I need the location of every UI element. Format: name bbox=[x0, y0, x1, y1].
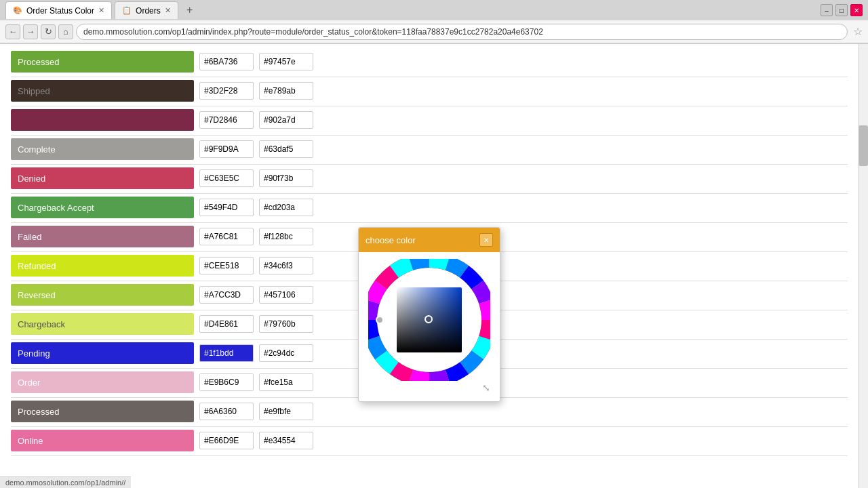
tab-label-active: Order Status Color bbox=[26, 6, 94, 16]
color-input-2-row8[interactable] bbox=[259, 257, 313, 274]
color-input-1-row10[interactable] bbox=[199, 315, 254, 333]
status-row: Shipped bbox=[11, 80, 848, 102]
color-input-2-row3[interactable] bbox=[259, 111, 313, 129]
status-label-row5: Denied bbox=[11, 167, 194, 189]
bookmark-icon[interactable]: ☆ bbox=[853, 25, 863, 38]
separator bbox=[11, 106, 848, 106]
color-input-2-row5[interactable] bbox=[259, 169, 313, 187]
color-input-2-row6[interactable] bbox=[259, 199, 313, 216]
color-input-2-row7[interactable] bbox=[259, 228, 313, 245]
status-label-row6: Chargeback Accept bbox=[11, 197, 194, 218]
status-label-row12: Order bbox=[11, 371, 194, 393]
color-input-2-row13[interactable] bbox=[259, 403, 313, 420]
wheel-cursor[interactable] bbox=[376, 316, 384, 324]
tab-orders[interactable]: 📋 Orders ✕ bbox=[115, 1, 178, 19]
color-input-1-row13[interactable] bbox=[199, 403, 254, 420]
close-button[interactable]: ✕ bbox=[850, 4, 863, 16]
color-input-2-row4[interactable] bbox=[259, 140, 313, 158]
status-bar: demo.mmosolution.com/op1/admin// bbox=[0, 476, 131, 488]
color-input-1-row5[interactable] bbox=[199, 169, 254, 187]
status-row: Chargeback Accept bbox=[11, 197, 848, 218]
separator bbox=[11, 426, 848, 427]
status-label-row1: Processed bbox=[11, 51, 194, 73]
color-input-1-row9[interactable] bbox=[199, 286, 254, 304]
color-wheel[interactable] bbox=[368, 259, 490, 381]
separator bbox=[11, 455, 848, 456]
color-picker-popup: choose color ✕ bbox=[358, 227, 500, 402]
back-button[interactable]: ← bbox=[5, 24, 20, 39]
color-input-1-row2[interactable] bbox=[199, 82, 254, 100]
color-input-2-row9[interactable] bbox=[259, 286, 313, 304]
page-area: ProcessedShippedCompleteDeniedChargeback… bbox=[0, 44, 859, 488]
color-input-2-row11[interactable] bbox=[259, 344, 313, 362]
refresh-button[interactable]: ↻ bbox=[41, 24, 56, 39]
resize-handle[interactable]: ⤡ bbox=[479, 381, 493, 394]
status-row: Processed bbox=[11, 51, 848, 73]
color-input-1-row8[interactable] bbox=[199, 257, 254, 274]
color-input-1-row6[interactable] bbox=[199, 199, 254, 216]
picker-title: choose color bbox=[366, 235, 416, 245]
color-input-2-row14[interactable] bbox=[259, 432, 313, 449]
separator bbox=[11, 222, 848, 223]
status-label-row4: Complete bbox=[11, 138, 194, 160]
color-input-2-row10[interactable] bbox=[259, 315, 313, 333]
status-row: Processed bbox=[11, 401, 848, 422]
forward-button[interactable]: → bbox=[23, 24, 38, 39]
color-input-1-row11[interactable] bbox=[199, 344, 254, 362]
home-button[interactable]: ⌂ bbox=[58, 24, 73, 39]
separator bbox=[11, 77, 848, 77]
tab-label-orders: Orders bbox=[136, 6, 161, 16]
picker-close-button[interactable]: ✕ bbox=[479, 233, 493, 247]
tab-orders-close-btn[interactable]: ✕ bbox=[165, 6, 171, 15]
scrollbar-vertical[interactable] bbox=[859, 44, 868, 488]
separator bbox=[11, 193, 848, 194]
status-label-row11: Pending bbox=[11, 342, 194, 364]
status-row: Complete bbox=[11, 138, 848, 160]
color-square[interactable] bbox=[397, 287, 462, 352]
color-input-1-row1[interactable] bbox=[199, 53, 254, 70]
picker-body[interactable]: ⤡ bbox=[359, 252, 500, 401]
status-row: Denied bbox=[11, 167, 848, 189]
tab-close-btn[interactable]: ✕ bbox=[98, 6, 104, 15]
color-input-1-row7[interactable] bbox=[199, 228, 254, 245]
status-row bbox=[11, 109, 848, 131]
status-label-row8: Refunded bbox=[11, 255, 194, 277]
separator bbox=[11, 164, 848, 165]
color-input-2-row2[interactable] bbox=[259, 82, 313, 100]
status-label-row10: Chargeback bbox=[11, 313, 194, 335]
color-input-1-row4[interactable] bbox=[199, 140, 254, 158]
status-label-row3 bbox=[11, 109, 194, 131]
new-tab-button[interactable]: + bbox=[181, 1, 199, 19]
scrollbar-thumb[interactable] bbox=[859, 125, 868, 166]
status-label-row14: Online bbox=[11, 430, 194, 451]
navigation-bar: ← → ↻ ⌂ ☆ bbox=[0, 20, 868, 43]
color-input-1-row3[interactable] bbox=[199, 111, 254, 129]
status-label-row7: Failed bbox=[11, 226, 194, 247]
maximize-button[interactable]: □ bbox=[835, 4, 848, 16]
main-content: ProcessedShippedCompleteDeniedChargeback… bbox=[0, 44, 868, 488]
color-input-2-row12[interactable] bbox=[259, 373, 313, 391]
color-input-1-row14[interactable] bbox=[199, 432, 254, 449]
separator bbox=[11, 135, 848, 136]
minimize-button[interactable]: – bbox=[821, 4, 833, 16]
color-input-1-row12[interactable] bbox=[199, 373, 254, 391]
status-label-row2: Shipped bbox=[11, 80, 194, 102]
status-row: Online bbox=[11, 430, 848, 451]
status-label-row13: Processed bbox=[11, 401, 194, 422]
tab-order-status-color[interactable]: 🎨 Order Status Color ✕ bbox=[5, 1, 112, 19]
picker-header: choose color ✕ bbox=[359, 228, 500, 252]
address-bar[interactable] bbox=[76, 24, 848, 40]
color-cursor[interactable] bbox=[425, 315, 433, 323]
color-input-2-row1[interactable] bbox=[259, 53, 313, 70]
status-label-row9: Reversed bbox=[11, 284, 194, 306]
title-bar: 🎨 Order Status Color ✕ 📋 Orders ✕ + – □ … bbox=[0, 0, 868, 20]
window-controls: – □ ✕ bbox=[821, 4, 863, 16]
